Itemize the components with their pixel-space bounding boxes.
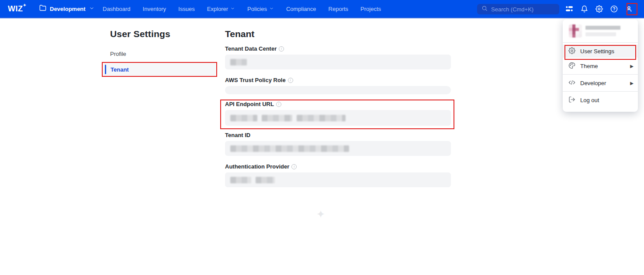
field-tenant-id: Tenant ID xyxy=(225,132,451,156)
info-icon[interactable]: i xyxy=(279,46,284,52)
logout-menu-item[interactable]: Log out xyxy=(563,93,638,107)
field-label: API Endpoint URL xyxy=(225,101,274,107)
user-avatar-button[interactable] xyxy=(625,5,633,13)
chevron-right-icon: ▶ xyxy=(630,81,634,86)
sparkle-watermark-icon: ✦ xyxy=(316,208,325,220)
topbar-actions xyxy=(565,0,633,17)
theme-menu-item[interactable]: Theme ▶ xyxy=(563,59,638,72)
user-settings-menu-item[interactable]: User Settings xyxy=(563,45,638,58)
search-icon xyxy=(481,5,488,13)
nav-policies[interactable]: Policies xyxy=(247,6,274,12)
redacted-value xyxy=(230,59,247,65)
help-icon[interactable] xyxy=(610,5,618,13)
nav-explorer[interactable]: Explorer xyxy=(207,6,235,12)
global-search[interactable] xyxy=(477,4,559,14)
primary-nav: Dashboard Inventory Issues Explorer Poli… xyxy=(103,0,381,17)
chevron-right-icon: ▶ xyxy=(630,64,634,69)
project-switcher[interactable]: Development xyxy=(39,0,94,17)
avatar xyxy=(569,24,582,38)
search-input[interactable] xyxy=(491,6,552,13)
folder-icon xyxy=(39,4,46,13)
field-api-endpoint-url: API Endpoint URL i xyxy=(225,101,451,126)
tenant-data-center-value xyxy=(225,55,451,69)
field-authentication-provider: Authentication Provider i xyxy=(225,163,451,187)
user-identity-redacted xyxy=(585,24,620,36)
active-indicator xyxy=(105,65,106,74)
nav-reports[interactable]: Reports xyxy=(329,6,349,12)
nav-projects[interactable]: Projects xyxy=(360,6,381,12)
field-label: Tenant ID xyxy=(225,132,250,138)
sidebar-item-tenant[interactable]: Tenant xyxy=(103,63,216,76)
bell-icon[interactable] xyxy=(580,5,588,13)
redacted-value xyxy=(230,115,257,121)
api-endpoint-url-field xyxy=(225,110,451,126)
chevron-down-icon xyxy=(89,5,94,13)
menu-divider xyxy=(563,74,638,75)
code-icon xyxy=(568,79,575,87)
redacted-value xyxy=(297,115,346,121)
nav-inventory[interactable]: Inventory xyxy=(143,6,166,12)
redacted-value xyxy=(230,145,349,152)
authentication-provider-value xyxy=(225,172,451,187)
menu-divider xyxy=(563,91,638,92)
logout-icon xyxy=(568,96,575,104)
tenant-id-value xyxy=(225,141,451,156)
redacted-value xyxy=(256,177,275,183)
nav-dashboard[interactable]: Dashboard xyxy=(103,6,131,12)
project-name: Development xyxy=(50,6,86,12)
chevron-down-icon xyxy=(230,6,235,12)
user-dropdown-menu: User Settings Theme ▶ Developer ▶ Log ou… xyxy=(563,19,638,112)
page-title: User Settings xyxy=(110,29,170,39)
wiz-logo[interactable]: WIZ✦ xyxy=(8,4,27,14)
app-window: WIZ✦ Development Dashboard Inventory Iss… xyxy=(0,0,644,275)
sliders-icon[interactable] xyxy=(565,5,573,13)
gear-icon[interactable] xyxy=(595,5,603,13)
field-tenant-data-center: Tenant Data Center i xyxy=(225,45,451,69)
palette-icon xyxy=(568,62,575,70)
field-label: Tenant Data Center xyxy=(225,45,277,52)
redacted-user-name xyxy=(585,26,620,30)
field-label: Authentication Provider xyxy=(225,163,289,170)
sidebar-item-profile[interactable]: Profile xyxy=(110,51,126,57)
info-icon[interactable]: i xyxy=(291,164,297,169)
top-navigation-bar: WIZ✦ Development Dashboard Inventory Iss… xyxy=(0,0,644,18)
redacted-value xyxy=(230,177,251,183)
field-label: AWS Trust Policy Role xyxy=(225,77,286,83)
menu-divider xyxy=(563,42,638,43)
developer-menu-item[interactable]: Developer ▶ xyxy=(563,76,638,89)
panel-title: Tenant xyxy=(225,29,254,39)
info-icon[interactable]: i xyxy=(288,78,293,83)
nav-issues[interactable]: Issues xyxy=(178,6,195,12)
chevron-down-icon xyxy=(269,6,274,12)
field-aws-trust-policy-role: AWS Trust Policy Role i xyxy=(225,77,451,94)
gear-icon xyxy=(568,47,575,55)
nav-compliance[interactable]: Compliance xyxy=(286,6,316,12)
redacted-value xyxy=(262,115,292,121)
redacted-user-email xyxy=(585,32,616,36)
info-icon[interactable]: i xyxy=(276,102,281,107)
logo-sparkle-icon: ✦ xyxy=(23,3,27,7)
aws-trust-policy-role-value xyxy=(225,86,451,94)
user-menu-header xyxy=(563,19,638,42)
